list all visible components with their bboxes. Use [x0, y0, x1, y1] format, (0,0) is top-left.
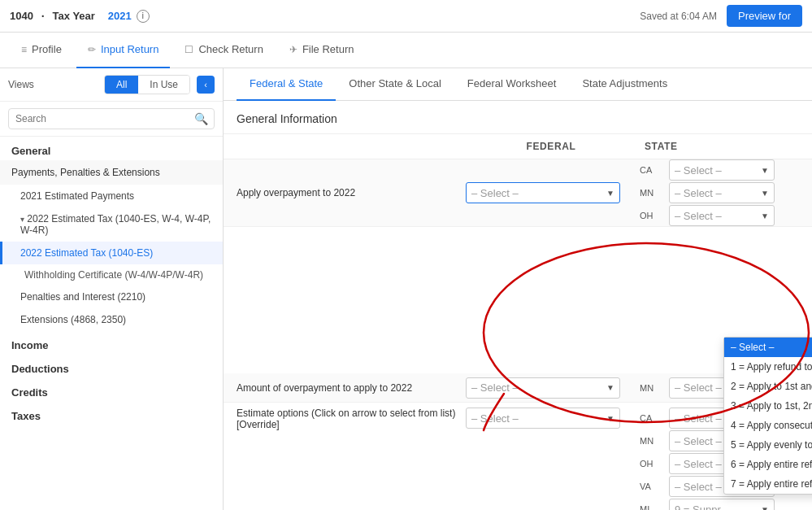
- sidebar-item-extensions[interactable]: Extensions (4868, 2350): [0, 308, 223, 331]
- sidebar-item-penalties[interactable]: Penalties and Interest (2210): [0, 286, 223, 308]
- chevron-down-mn: ▼: [761, 189, 769, 198]
- search-input[interactable]: [8, 108, 215, 129]
- sidebar-item-income[interactable]: Income: [0, 331, 223, 355]
- select-arrow-icon: ▼: [606, 189, 614, 198]
- sidebar-item-withholding[interactable]: Withholding Certificate (W-4/W-4P/W-4R): [0, 264, 223, 286]
- est-state-label-mi: MI: [640, 504, 664, 510]
- inner-tab-other-state[interactable]: Other State & Local: [336, 68, 454, 101]
- tab-input-return-label: Input Return: [101, 43, 159, 55]
- est-state-select-mi[interactable]: 9 = Suppr ▼: [669, 499, 775, 510]
- views-toggle: All In Use: [104, 75, 190, 94]
- amount-overpayment-federal-cell: – Select – ▼: [466, 377, 636, 399]
- inner-tab-federal-state[interactable]: Federal & State: [237, 68, 336, 101]
- estimate-options-federal-cell: – Select – ▼: [466, 408, 636, 429]
- check-icon: ☐: [185, 44, 193, 55]
- sidebar-item-2022-estimated-es[interactable]: 2022 Estimated Tax (1040-ES): [0, 242, 223, 264]
- in-use-view-button[interactable]: In Use: [138, 76, 189, 94]
- amount-overpayment-federal-select[interactable]: – Select – ▼: [466, 377, 620, 399]
- chevron-down-oh: ▼: [761, 211, 769, 220]
- est-state-row-mi: MI 9 = Suppr ▼: [640, 499, 799, 510]
- apply-overpayment-dropdown: – Select – 1 = Apply refund to 1st quart…: [723, 337, 812, 495]
- sidebar-content: General Payments, Penalties & Extensions…: [0, 137, 223, 510]
- state-row-mn: MN – Select – ▼: [640, 182, 799, 203]
- sidebar-item-credits[interactable]: Credits: [0, 378, 223, 402]
- chevron-est-mi: ▼: [761, 505, 769, 511]
- inner-tab-federal-worksheet[interactable]: Federal Worksheet: [454, 68, 570, 101]
- info-icon[interactable]: i: [137, 10, 150, 23]
- amount-state-label-mn: MN: [640, 383, 664, 393]
- state-label-mn: MN: [640, 188, 664, 198]
- apply-overpayment-federal-select[interactable]: – Select – ▼: [466, 182, 620, 203]
- sidebar: Views All In Use ‹ 🔍 General Payments, P…: [0, 68, 224, 510]
- dropdown-item-1[interactable]: 1 = Apply refund to 1st quarter, refund …: [724, 357, 812, 377]
- preview-button[interactable]: Preview for: [727, 5, 802, 27]
- inner-tabs: Federal & State Other State & Local Fede…: [224, 68, 812, 101]
- chevron-down-ca: ▼: [761, 166, 769, 175]
- nav-tabs: ≡ Profile ✏ Input Return ☐ Check Return …: [0, 33, 812, 68]
- est-state-label-va: VA: [640, 482, 664, 491]
- state-label-oh: OH: [640, 211, 664, 220]
- views-label: Views: [8, 79, 34, 90]
- estimate-options-federal-select[interactable]: – Select – ▼: [466, 408, 620, 429]
- content-area: Federal & State Other State & Local Fede…: [224, 68, 812, 510]
- column-headers: FEDERAL STATE: [224, 134, 812, 159]
- tab-input-return[interactable]: ✏ Input Return: [76, 33, 171, 68]
- tab-profile-label: Profile: [32, 43, 62, 55]
- apply-overpayment-label: Apply overpayment to 2022: [237, 187, 466, 198]
- chevron-down-icon: ▾: [20, 215, 24, 224]
- est-state-label-mn: MN: [640, 436, 664, 446]
- saved-text: Saved at 6:04 AM: [640, 11, 717, 22]
- sidebar-item-taxes[interactable]: Taxes: [0, 402, 223, 425]
- dropdown-item-placeholder[interactable]: – Select –: [724, 338, 812, 357]
- dropdown-item-6[interactable]: 6 = Apply entire refund, estimates if ne…: [724, 455, 812, 474]
- table-area: FEDERAL STATE Apply overpayment to 2022 …: [224, 134, 812, 510]
- app-name: 1040: [10, 10, 33, 22]
- state-label-ca: CA: [640, 165, 664, 175]
- federal-column-header: FEDERAL: [466, 141, 636, 152]
- edit-icon: ✏: [88, 44, 96, 55]
- state-column-header: STATE: [636, 141, 799, 152]
- profile-icon: ≡: [21, 44, 27, 55]
- select-arrow-amount: ▼: [606, 383, 614, 392]
- send-icon: ✈: [289, 44, 297, 55]
- state-row-oh: OH – Select – ▼: [640, 205, 799, 226]
- tab-profile[interactable]: ≡ Profile: [10, 33, 73, 68]
- est-state-label-ca: CA: [640, 413, 664, 423]
- top-bar: 1040 · Tax Year 2021 i Saved at 6:04 AM …: [0, 0, 812, 33]
- state-select-oh[interactable]: – Select – ▼: [669, 205, 775, 226]
- dropdown-item-5[interactable]: 5 = Apply evenly to all quarters, refund…: [724, 435, 812, 455]
- main-layout: Views All In Use ‹ 🔍 General Payments, P…: [0, 68, 812, 510]
- sidebar-item-payments[interactable]: Payments, Penalties & Extensions: [0, 160, 223, 185]
- state-row-ca: CA – Select – ▼: [640, 159, 799, 181]
- sidebar-item-deductions[interactable]: Deductions: [0, 355, 223, 378]
- inner-tab-state-adjustments[interactable]: State Adjustments: [569, 68, 680, 101]
- collapse-sidebar-button[interactable]: ‹: [197, 76, 215, 94]
- sidebar-item-general: General: [0, 137, 223, 160]
- sidebar-views: Views All In Use ‹: [0, 68, 223, 102]
- estimate-options-label: Estimate options (Click on arrow to sele…: [237, 408, 466, 430]
- tab-file-return[interactable]: ✈ File Return: [278, 33, 366, 68]
- search-icon[interactable]: 🔍: [194, 112, 208, 125]
- row-apply-overpayment: Apply overpayment to 2022 – Select – ▼ C…: [224, 159, 812, 227]
- app-title: 1040 · Tax Year 2021 i: [10, 10, 150, 23]
- dropdown-item-7[interactable]: 7 = Apply entire refund, no estimates: [724, 474, 812, 494]
- section-title: General Information: [224, 101, 812, 134]
- select-placeholder-text: – Select –: [471, 187, 519, 199]
- tab-check-return[interactable]: ☐ Check Return: [173, 33, 274, 68]
- amount-overpayment-label: Amount of overpayment to apply to 2022: [237, 382, 466, 394]
- dropdown-item-4[interactable]: 4 = Apply consecutively to all qtrs, ref…: [724, 416, 812, 435]
- apply-overpayment-federal-cell: – Select – ▼: [466, 182, 636, 203]
- state-select-mn[interactable]: – Select – ▼: [669, 182, 775, 203]
- dropdown-item-2[interactable]: 2 = Apply to 1st and 2nd quarters, refun…: [724, 377, 812, 396]
- sidebar-search: 🔍: [0, 102, 223, 137]
- sidebar-item-2021-estimated[interactable]: 2021 Estimated Payments: [0, 185, 223, 207]
- all-view-button[interactable]: All: [105, 76, 138, 94]
- sidebar-item-2022-estimated-group[interactable]: ▾ 2022 Estimated Tax (1040-ES, W-4, W-4P…: [0, 207, 223, 242]
- est-state-label-oh: OH: [640, 459, 664, 469]
- top-bar-right: Saved at 6:04 AM Preview for: [640, 5, 802, 27]
- tab-check-return-label: Check Return: [198, 43, 263, 55]
- tax-year: 2021: [108, 10, 132, 22]
- tax-year-label: Tax Year: [53, 10, 95, 22]
- dropdown-item-3[interactable]: 3 = Apply to 1st, 2nd and 3rd qtrs, refu…: [724, 396, 812, 416]
- state-select-ca[interactable]: – Select – ▼: [669, 159, 775, 181]
